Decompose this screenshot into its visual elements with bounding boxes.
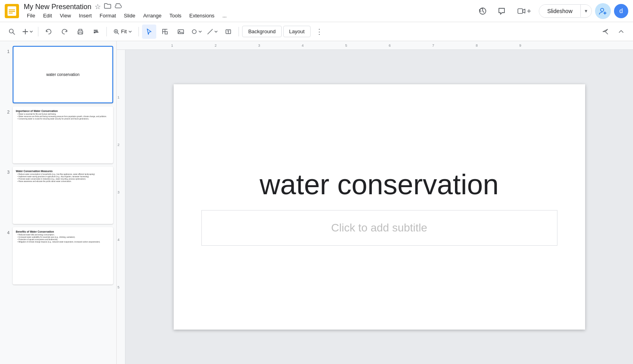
slide-4-bullet-4: • Mitigation of climate change impacts (… bbox=[16, 241, 100, 243]
slide-3-bullet-4: • Raise awareness and educate the public… bbox=[16, 180, 72, 182]
ruler-top-6: 6 bbox=[389, 44, 390, 47]
toolbar-right bbox=[598, 25, 628, 39]
slide-item-2[interactable]: 2 Importance of Water Conservation • Wat… bbox=[0, 105, 116, 165]
svg-rect-13 bbox=[163, 29, 165, 32]
slideshow-dropdown[interactable]: ▾ bbox=[580, 5, 591, 17]
top-bar: My New Presentation ☆ File Edit View Ins… bbox=[0, 0, 633, 22]
svg-rect-14 bbox=[165, 32, 167, 34]
ruler-left: 1 2 3 4 5 bbox=[117, 50, 125, 364]
svg-line-20 bbox=[208, 29, 212, 34]
presentation-title[interactable]: My New Presentation bbox=[24, 3, 91, 11]
slide-canvas[interactable]: water conservation Click to add subtitle bbox=[174, 84, 585, 330]
slide-thumb-3[interactable]: Water Conservation Measures • Reduce wat… bbox=[13, 167, 113, 224]
zoom-control[interactable]: Fit bbox=[110, 27, 135, 36]
slide-number-3: 3 bbox=[3, 170, 9, 174]
slide-subtitle-placeholder[interactable]: Click to add subtitle bbox=[201, 210, 557, 246]
line-tool[interactable] bbox=[205, 25, 220, 39]
background-button[interactable]: Background bbox=[242, 26, 281, 37]
main-area: 1 water conservation 2 Importance of Wat… bbox=[0, 41, 633, 364]
slideshow-button[interactable]: Slideshow bbox=[539, 5, 580, 17]
add-person-button[interactable] bbox=[595, 3, 611, 19]
svg-rect-2 bbox=[9, 11, 15, 12]
add-button[interactable] bbox=[21, 25, 35, 39]
canvas-with-left-ruler: 1 2 3 4 5 water conservation Click to ad… bbox=[117, 50, 633, 364]
slide-canvas-area: water conservation Click to add subtitle bbox=[125, 50, 633, 364]
more-options-button[interactable]: ⋮ bbox=[312, 25, 326, 39]
slide-item-4[interactable]: 4 Benefits of Water Conservation • Reduc… bbox=[0, 226, 116, 286]
slide-2-heading: Importance of Water Conservation bbox=[16, 110, 58, 112]
divider-3 bbox=[138, 27, 139, 36]
canvas-area: 1 2 3 4 5 6 7 8 9 1 2 3 4 5 bbox=[117, 41, 633, 364]
slide-3-bullet-3: • Promote water conservation in industri… bbox=[16, 178, 86, 180]
ruler-top-1: 1 bbox=[171, 44, 173, 47]
send-button[interactable] bbox=[598, 25, 612, 39]
star-icon[interactable]: ☆ bbox=[95, 2, 101, 11]
select-tool[interactable] bbox=[158, 25, 172, 39]
menu-slide[interactable]: Slide bbox=[121, 12, 138, 19]
top-bar-right: Slideshow ▾ d bbox=[475, 3, 628, 19]
divider-1 bbox=[38, 27, 38, 36]
slide-3-heading: Water Conservation Measures bbox=[16, 170, 53, 173]
slide-main-title[interactable]: water conservation bbox=[260, 168, 498, 201]
slide-thumb-2[interactable]: Importance of Water Conservation • Water… bbox=[13, 106, 113, 164]
slide-panel: 1 water conservation 2 Importance of Wat… bbox=[0, 41, 117, 364]
divider-4 bbox=[239, 27, 239, 36]
slide-item-3[interactable]: 3 Water Conservation Measures • Reduce w… bbox=[0, 165, 116, 226]
comment-icon[interactable] bbox=[494, 3, 510, 19]
menu-extensions[interactable]: Extensions bbox=[186, 12, 218, 19]
paint-format-button[interactable] bbox=[89, 25, 103, 39]
ruler-left-4: 4 bbox=[118, 238, 119, 242]
svg-rect-10 bbox=[79, 32, 82, 34]
menu-insert[interactable]: Insert bbox=[76, 12, 95, 19]
slide-number-4: 4 bbox=[3, 230, 9, 235]
menu-view[interactable]: View bbox=[57, 12, 74, 19]
cloud-icon[interactable] bbox=[114, 3, 122, 10]
avatar[interactable]: d bbox=[614, 4, 628, 18]
ruler-left-5: 5 bbox=[118, 285, 119, 289]
textbox-tool[interactable] bbox=[221, 25, 235, 39]
menu-more[interactable]: ... bbox=[219, 12, 230, 19]
ruler-left-2: 2 bbox=[118, 143, 119, 147]
slide-thumb-4[interactable]: Benefits of Water Conservation • Reduced… bbox=[13, 227, 113, 284]
svg-line-8 bbox=[13, 32, 15, 34]
slideshow-btn-group: Slideshow ▾ bbox=[539, 4, 592, 18]
slide-2-bullet-3: • Conserving water is crucial for ensuri… bbox=[16, 118, 89, 120]
ruler-left-1: 1 bbox=[118, 95, 119, 99]
menu-bar: File Edit View Insert Format Slide Arran… bbox=[24, 12, 472, 19]
title-area: My New Presentation ☆ File Edit View Ins… bbox=[24, 2, 472, 19]
svg-point-6 bbox=[601, 8, 604, 11]
meet-button[interactable] bbox=[513, 6, 536, 17]
ruler-top: 1 2 3 4 5 6 7 8 9 bbox=[117, 41, 633, 50]
ruler-top-3: 3 bbox=[258, 44, 260, 47]
folder-icon[interactable] bbox=[104, 3, 111, 11]
shape-tool[interactable] bbox=[190, 25, 204, 39]
more-icon: ⋮ bbox=[316, 27, 323, 36]
slide-thumb-1[interactable]: water conservation bbox=[13, 46, 113, 103]
ruler-top-9: 9 bbox=[519, 44, 521, 47]
cursor-tool[interactable] bbox=[142, 25, 156, 39]
slide-3-bullet-1: • Reduce water consumption in households… bbox=[16, 173, 95, 175]
image-tool[interactable] bbox=[174, 25, 188, 39]
undo-button[interactable] bbox=[42, 25, 56, 39]
slide-item-1[interactable]: 1 water conservation bbox=[0, 44, 116, 105]
svg-rect-3 bbox=[9, 13, 13, 13]
layout-button[interactable]: Layout bbox=[283, 26, 311, 37]
slide-number-2: 2 bbox=[3, 110, 9, 114]
menu-arrange[interactable]: Arrange bbox=[140, 12, 165, 19]
redo-button[interactable] bbox=[57, 25, 72, 39]
ruler-content-top: 1 2 3 4 5 6 7 8 9 bbox=[133, 41, 633, 49]
history-icon[interactable] bbox=[475, 3, 491, 19]
slide-1-thumb-title: water conservation bbox=[46, 72, 80, 77]
search-button[interactable] bbox=[5, 25, 19, 39]
print-button[interactable] bbox=[73, 25, 87, 39]
toolbar: Fit Background Layout ⋮ bbox=[0, 22, 633, 41]
chevron-up-button[interactable] bbox=[614, 25, 628, 39]
slide-number-1: 1 bbox=[3, 49, 9, 54]
slide-2-bullet-2: • Water resources are finite and facing … bbox=[16, 116, 107, 118]
ruler-top-7: 7 bbox=[432, 44, 434, 47]
menu-format[interactable]: Format bbox=[97, 12, 119, 19]
app-icon bbox=[5, 4, 19, 18]
menu-edit[interactable]: Edit bbox=[40, 12, 55, 19]
menu-file[interactable]: File bbox=[24, 12, 38, 19]
menu-tools[interactable]: Tools bbox=[166, 12, 184, 19]
